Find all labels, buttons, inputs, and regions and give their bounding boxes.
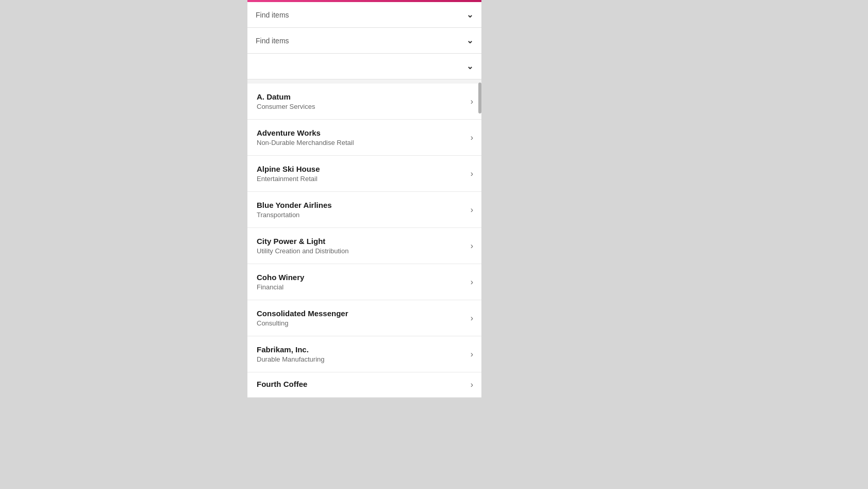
list-item-subtitle: Transportation <box>257 211 466 219</box>
scrollbar-thumb[interactable] <box>478 83 481 113</box>
list-item-name: City Power & Light <box>257 237 466 246</box>
list-item-name: Fourth Coffee <box>257 380 466 388</box>
chevron-down-icon-1: ⌄ <box>466 10 473 20</box>
chevron-down-icon-2: ⌄ <box>466 36 473 45</box>
chevron-right-icon: › <box>471 241 473 251</box>
list-item-content: Alpine Ski House Entertainment Retail <box>257 165 466 183</box>
filter-dropdown-1[interactable]: Find items ⌄ <box>247 2 481 28</box>
list-item-subtitle: Non-Durable Merchandise Retail <box>257 139 466 146</box>
list-item-content: A. Datum Consumer Services <box>257 92 466 110</box>
list-item-content: Adventure Works Non-Durable Merchandise … <box>257 128 466 146</box>
list-item[interactable]: Fabrikam, Inc. Durable Manufacturing › <box>247 336 481 372</box>
filter-2-placeholder: Find items <box>256 37 289 45</box>
list-item-subtitle: Financial <box>257 283 466 291</box>
filter-dropdown-3[interactable]: ⌄ <box>247 54 481 79</box>
list-item-content: Blue Yonder Airlines Transportation <box>257 201 466 219</box>
main-container: Find items ⌄ Find items ⌄ ⌄ A. Datum Con… <box>247 0 481 398</box>
chevron-right-icon: › <box>471 205 473 215</box>
chevron-right-icon: › <box>471 380 473 389</box>
list-item[interactable]: A. Datum Consumer Services › <box>247 84 481 120</box>
list-item[interactable]: Alpine Ski House Entertainment Retail › <box>247 156 481 192</box>
chevron-right-icon: › <box>471 169 473 178</box>
list-item-subtitle: Consumer Services <box>257 103 466 110</box>
list-item-subtitle: Durable Manufacturing <box>257 355 466 363</box>
chevron-right-icon: › <box>471 278 473 287</box>
list-item-name: Consolidated Messenger <box>257 309 466 318</box>
list-item-subtitle: Entertainment Retail <box>257 175 466 183</box>
list-item-content: Fabrikam, Inc. Durable Manufacturing <box>257 345 466 363</box>
list-item[interactable]: Blue Yonder Airlines Transportation › <box>247 192 481 228</box>
list-item[interactable]: Coho Winery Financial › <box>247 264 481 300</box>
list-item-content: Consolidated Messenger Consulting <box>257 309 466 327</box>
list-item-name: Alpine Ski House <box>257 165 466 173</box>
chevron-right-icon: › <box>471 133 473 142</box>
list-item-name: Fabrikam, Inc. <box>257 345 466 354</box>
list-item-name: Coho Winery <box>257 273 466 282</box>
filter-1-placeholder: Find items <box>256 11 289 19</box>
chevron-down-icon-3: ⌄ <box>466 61 473 71</box>
list-item-subtitle: Consulting <box>257 319 466 327</box>
list-item-name: Adventure Works <box>257 128 466 137</box>
list-item-subtitle: Utility Creation and Distribution <box>257 247 466 255</box>
filter-dropdown-2[interactable]: Find items ⌄ <box>247 28 481 54</box>
list-item-content: Fourth Coffee <box>257 380 466 390</box>
list-item-name: Blue Yonder Airlines <box>257 201 466 209</box>
filter-section: Find items ⌄ Find items ⌄ ⌄ <box>247 2 481 79</box>
chevron-right-icon: › <box>471 314 473 323</box>
list-container: A. Datum Consumer Services › Adventure W… <box>247 84 481 398</box>
chevron-right-icon: › <box>471 97 473 106</box>
list-separator <box>247 79 481 84</box>
list-item[interactable]: City Power & Light Utility Creation and … <box>247 228 481 264</box>
list-item-content: City Power & Light Utility Creation and … <box>257 237 466 255</box>
list-item[interactable]: Fourth Coffee › <box>247 372 481 398</box>
list-item-name: A. Datum <box>257 92 466 101</box>
list-item[interactable]: Adventure Works Non-Durable Merchandise … <box>247 120 481 156</box>
chevron-right-icon: › <box>471 350 473 359</box>
list-item-content: Coho Winery Financial <box>257 273 466 291</box>
list-item[interactable]: Consolidated Messenger Consulting › <box>247 300 481 336</box>
